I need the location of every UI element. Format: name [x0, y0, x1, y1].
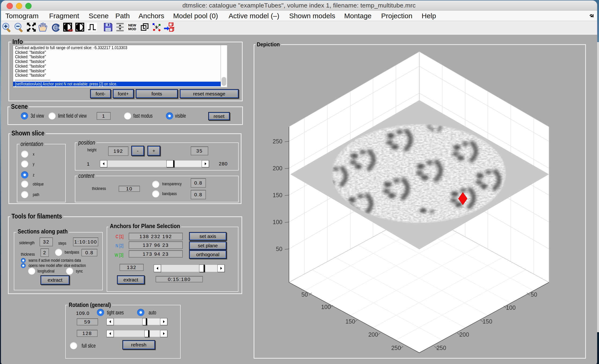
- svg-text:100: 100: [321, 304, 331, 310]
- svg-text:200: 200: [273, 165, 282, 172]
- svg-text:200: 200: [459, 331, 469, 338]
- svg-text:full: full: [68, 28, 73, 32]
- svg-text:200: 200: [368, 331, 378, 338]
- svg-text:NEW: NEW: [128, 23, 136, 27]
- svg-text:250: 250: [273, 138, 282, 145]
- svg-text:50: 50: [301, 291, 308, 298]
- svg-text:150: 150: [483, 318, 492, 325]
- svg-text:50: 50: [531, 291, 537, 298]
- svg-text:250: 250: [436, 345, 446, 351]
- svg-text:150: 150: [345, 318, 355, 325]
- svg-text:50: 50: [276, 246, 282, 252]
- svg-text:100: 100: [506, 304, 516, 311]
- svg-text:MOD: MOD: [128, 27, 136, 31]
- svg-text:250: 250: [391, 345, 401, 351]
- svg-text:150: 150: [273, 192, 282, 198]
- svg-text:100: 100: [273, 219, 282, 225]
